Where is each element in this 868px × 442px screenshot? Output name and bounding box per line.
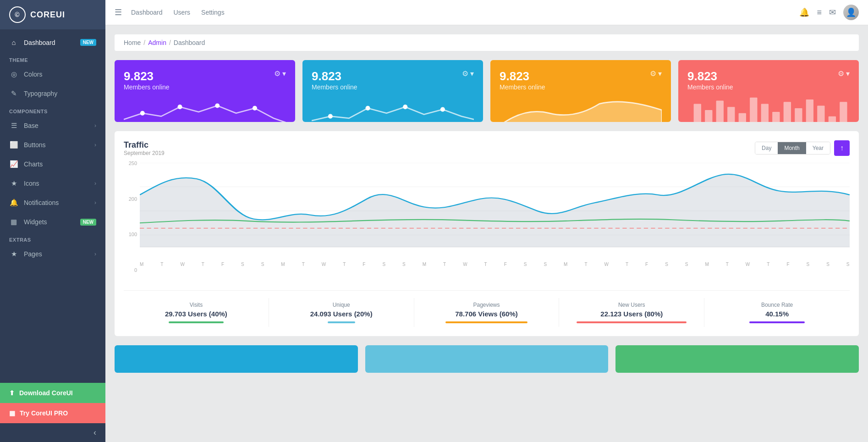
download-coreui-button[interactable]: ⬆ Download CoreUI — [0, 383, 105, 403]
btn-year[interactable]: Year — [806, 142, 830, 154]
svg-rect-21 — [840, 102, 847, 122]
sidebar-item-typography[interactable]: ✎ Typography — [0, 84, 105, 103]
btn-month[interactable]: Month — [778, 142, 806, 154]
chevron-icon: › — [94, 251, 96, 257]
brand-icon: © — [9, 6, 26, 23]
bottom-card-3 — [615, 345, 859, 373]
brand[interactable]: © COREUI — [0, 0, 105, 29]
breadcrumb: Home / Admin / Dashboard — [115, 34, 859, 51]
svg-rect-12 — [739, 113, 746, 122]
x-label: M — [423, 262, 426, 267]
sidebar-item-pages[interactable]: ★ Pages › — [0, 244, 105, 264]
stats-newusers: New Users 22.123 Users (80%) — [559, 298, 704, 327]
svg-point-2 — [215, 104, 219, 107]
traffic-header: Traffic September 2019 Day Month Year ↑ — [124, 140, 850, 156]
x-label: S — [382, 262, 385, 267]
stats-visits: Visits 29.703 Users (40%) — [124, 298, 269, 327]
breadcrumb-current: Dashboard — [174, 39, 205, 46]
nav-dashboard[interactable]: Dashboard — [131, 7, 163, 18]
traffic-card: Traffic September 2019 Day Month Year ↑ … — [115, 131, 859, 336]
time-range-buttons: Day Month Year — [755, 142, 830, 155]
x-label: M — [705, 262, 709, 267]
nav-settings[interactable]: Settings — [201, 7, 225, 18]
header: ☰ Dashboard Users Settings 🔔 ≡ ✉ 👤 — [105, 0, 868, 25]
stat-card-red: 9.823 Members online ⚙ ▾ — [678, 60, 859, 122]
x-label: S — [261, 262, 264, 267]
svg-point-5 — [366, 106, 369, 110]
try-pro-button[interactable]: ▦ Try CoreUI PRO — [0, 403, 105, 423]
svg-rect-18 — [806, 99, 813, 122]
buttons-icon: ⬜ — [9, 141, 18, 149]
pages-icon: ★ — [9, 250, 18, 258]
x-label: F — [363, 262, 365, 267]
x-label: F — [645, 262, 648, 267]
traffic-controls: Day Month Year ↑ — [755, 140, 850, 156]
avatar[interactable]: 👤 — [843, 5, 859, 20]
bottom-card-1 — [115, 345, 358, 373]
sidebar-item-buttons[interactable]: ⬜ Buttons › — [0, 135, 105, 155]
charts-icon: 📈 — [9, 160, 18, 168]
bottom-cards — [115, 345, 859, 373]
sidebar-item-charts[interactable]: 📈 Charts — [0, 155, 105, 174]
main-content: ☰ Dashboard Users Settings 🔔 ≡ ✉ 👤 Home … — [105, 0, 868, 442]
x-label: M — [281, 262, 285, 267]
unique-value: 24.093 Users (20%) — [273, 310, 410, 318]
svg-point-0 — [141, 111, 144, 115]
sidebar-item-dashboard[interactable]: ⌂ Dashboard NEW — [0, 33, 105, 52]
hamburger-button[interactable]: ☰ — [115, 7, 122, 17]
x-label: T — [484, 262, 487, 267]
visits-bar — [169, 321, 224, 323]
gear-button-orange[interactable]: ⚙ ▾ — [650, 69, 662, 78]
sidebar-item-notifications[interactable]: 🔔 Notifications › — [0, 193, 105, 212]
sidebar-item-base[interactable]: ☰ Base › — [0, 116, 105, 135]
newusers-value: 22.123 Users (80%) — [563, 310, 700, 318]
extras-section: EXTRAS — [0, 232, 105, 244]
x-label: S — [665, 262, 668, 267]
visits-value: 29.703 Users (40%) — [127, 310, 265, 318]
stat-value-blue: 9.823 — [312, 69, 357, 83]
breadcrumb-admin[interactable]: Admin — [148, 39, 166, 46]
bouncerate-label: Bounce Rate — [708, 302, 846, 308]
sidebar-item-label: Notifications — [24, 199, 59, 206]
breadcrumb-home[interactable]: Home — [124, 39, 141, 46]
y-label-0: 0 — [124, 267, 137, 273]
stat-chart-purple — [124, 94, 286, 122]
sidebar-item-colors[interactable]: ◎ Colors — [0, 65, 105, 84]
chevron-icon: › — [94, 180, 96, 187]
x-label: S — [806, 262, 809, 267]
y-label-250: 250 — [124, 160, 137, 166]
sidebar-item-label: Buttons — [24, 141, 45, 149]
sidebar-item-widgets[interactable]: ▦ Widgets NEW — [0, 212, 105, 232]
stat-label-blue: Members online — [312, 83, 357, 91]
gear-button-purple[interactable]: ⚙ ▾ — [274, 69, 286, 78]
x-label: M — [140, 262, 143, 267]
x-label: T — [726, 262, 729, 267]
list-icon[interactable]: ≡ — [817, 8, 822, 17]
sidebar-collapse-button[interactable]: ‹ — [0, 423, 105, 442]
sidebar-item-label: Pages — [24, 250, 42, 258]
x-label: W — [180, 262, 184, 267]
sidebar-item-icons[interactable]: ★ Icons › — [0, 174, 105, 193]
nav-users[interactable]: Users — [174, 7, 191, 18]
svg-point-4 — [329, 115, 332, 118]
x-label: F — [504, 262, 507, 267]
mail-icon[interactable]: ✉ — [829, 7, 836, 17]
brand-name: COREUI — [30, 10, 65, 20]
stat-value-orange: 9.823 — [500, 69, 545, 83]
x-label: S — [846, 262, 850, 267]
svg-rect-11 — [727, 107, 735, 122]
stat-card-orange: 9.823 Members online ⚙ ▾ — [490, 60, 671, 122]
x-label: T — [626, 262, 628, 267]
btn-day[interactable]: Day — [755, 142, 778, 154]
upload-button[interactable]: ↑ — [834, 140, 850, 156]
gear-button-blue[interactable]: ⚙ ▾ — [462, 69, 474, 78]
unique-bar — [328, 321, 355, 323]
stat-chart-orange — [500, 94, 662, 122]
stats-bouncerate: Bounce Rate 40.15% — [704, 298, 850, 327]
svg-point-6 — [403, 105, 407, 109]
chevron-icon: › — [94, 199, 96, 206]
bell-icon[interactable]: 🔔 — [799, 7, 809, 17]
colors-icon: ◎ — [9, 70, 18, 78]
visits-label: Visits — [127, 302, 265, 308]
gear-button-red[interactable]: ⚙ ▾ — [838, 69, 850, 78]
